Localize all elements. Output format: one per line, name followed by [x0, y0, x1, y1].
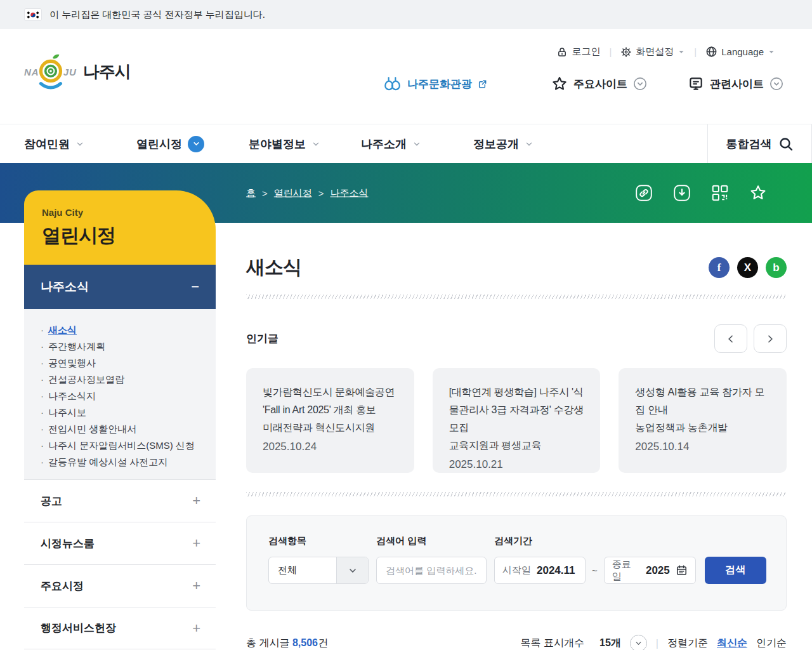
breadcrumb-open-administration[interactable]: 열린시정 — [274, 187, 312, 199]
pears-icon — [383, 75, 402, 93]
sidebar-item-sms-service[interactable]: ·나주시 문자알림서비스(SMS) 신청 — [41, 437, 216, 454]
korea-flag-icon — [24, 8, 42, 21]
display-settings-menu[interactable]: 화면설정 — [620, 46, 685, 58]
list-meta-row: 총 게시글 8,506건 목록 표시개수 15개 | 정렬기준 최신순 인기순 — [246, 635, 787, 650]
total-suffix: 건 — [318, 637, 328, 648]
circle-chevron-down-icon — [633, 77, 647, 91]
sidebar-item-newsletter[interactable]: ·나주소식지 — [41, 388, 216, 404]
related-sites-label: 관련사이트 — [710, 77, 764, 91]
calendar-icon — [676, 564, 688, 576]
nav-item-info-disclosure[interactable]: 정보공개 — [473, 136, 586, 152]
bullet: · — [41, 407, 44, 418]
popular-card[interactable]: 빛가람혁신도시 문화예술공연 'Fall in Art 2025' 개최 홍보 … — [246, 368, 414, 473]
search-submit-button[interactable]: 검색 — [705, 557, 766, 584]
page-size-label: 목록 표시개수 — [521, 637, 584, 650]
nav-item-participation[interactable]: 참여민원 — [24, 136, 136, 152]
card-date: 2025.10.21 — [449, 458, 584, 471]
chevron-down-icon — [336, 557, 368, 583]
globe-icon — [705, 46, 717, 58]
popular-posts-heading: 인기글 — [246, 331, 278, 346]
end-date-value: 2025 — [646, 564, 670, 577]
utility-separator: | — [609, 46, 612, 57]
circle-chevron-down-icon — [769, 77, 783, 91]
sidebar-accordion-key-policies[interactable]: 주요시정 + — [24, 564, 216, 607]
gear-icon — [620, 46, 632, 58]
sidebar-accordion-notices[interactable]: 공고 + — [24, 479, 216, 522]
chevron-down-icon — [525, 140, 534, 149]
popular-pager — [714, 324, 787, 353]
facebook-share-icon[interactable]: f — [709, 257, 730, 278]
banner-tools — [634, 183, 768, 202]
main-nav: 참여민원 열린시정 분야별정보 나주소개 정보공개 — [0, 124, 812, 163]
total-count: 8,506 — [292, 637, 318, 648]
sidebar-item-city-bulletin[interactable]: ·나주시보 — [41, 404, 216, 421]
lock-icon — [556, 46, 568, 58]
sort-popular-link[interactable]: 인기순 — [756, 637, 787, 650]
breadcrumb-home[interactable]: 홈 — [246, 187, 256, 199]
breadcrumb-naju-news[interactable]: 나주소식 — [331, 187, 369, 199]
qr-code-icon[interactable] — [710, 183, 730, 202]
sidebar-section-naju-news[interactable]: 나주소식 − — [24, 265, 216, 309]
popular-cards: 빛가람혁신도시 문화예술공연 'Fall in Art 2025' 개최 홍보 … — [246, 368, 787, 473]
monitor-icon — [688, 76, 704, 92]
bullet: · — [41, 390, 44, 401]
total-posts: 총 게시글 8,506건 — [246, 637, 328, 650]
sidebar-item-construction-info[interactable]: ·건설공사정보열람 — [41, 371, 216, 388]
major-sites-menu[interactable]: 주요사이트 — [551, 76, 647, 92]
sidebar-eyebrow: Naju City — [42, 207, 216, 218]
search-field-label: 검색항목 — [268, 535, 369, 547]
nav-item-naju-intro[interactable]: 나주소개 — [361, 136, 473, 152]
nav-item-field-info[interactable]: 분야별정보 — [249, 136, 361, 152]
end-date-input[interactable]: 종료일 2025 — [604, 557, 696, 584]
accordion-label: 공고 — [41, 494, 62, 508]
favorite-star-icon[interactable] — [749, 183, 768, 202]
sidebar-submenu: ·새소식 ·주간행사계획 ·공연및행사 ·건설공사정보열람 ·나주소식지 ·나주… — [24, 309, 216, 479]
x-share-icon[interactable]: X — [737, 257, 758, 278]
language-menu[interactable]: Language — [705, 46, 775, 58]
page-size-value: 15개 — [599, 637, 621, 650]
start-date-input[interactable]: 시작일 2024.11 — [494, 557, 586, 584]
sort-latest-link[interactable]: 최신순 — [717, 637, 747, 650]
breadcrumb-separator: > — [262, 188, 268, 199]
search-field-select[interactable]: 전체 — [268, 557, 369, 584]
bullet: · — [41, 341, 44, 352]
header-quick-links: 나주문화관광 주요사이트 — [0, 75, 783, 93]
share-buttons: f X b — [709, 257, 787, 278]
select-value: 전체 — [269, 557, 336, 583]
popular-card[interactable]: 생성형 AI활용 교육 참가자 모집 안내 농업정책과 농촌개발 2025.10… — [619, 368, 787, 473]
sidebar-item-weekly-events[interactable]: ·주간행사계획 — [41, 338, 216, 355]
login-link[interactable]: 로그인 — [556, 46, 600, 58]
nav-label: 분야별정보 — [249, 136, 306, 152]
copy-link-icon[interactable] — [634, 183, 653, 202]
search-icon — [778, 136, 794, 152]
start-date-value: 2024.11 — [537, 564, 575, 577]
integrated-search-button[interactable]: 통합검색 — [707, 124, 812, 163]
sidebar-accordion-service-charter[interactable]: 행정서비스헌장 + — [24, 607, 216, 649]
sidebar-item-newcomer-guide[interactable]: ·전입시민 생활안내서 — [41, 421, 216, 437]
prev-button[interactable] — [714, 324, 747, 353]
culture-tour-link[interactable]: 나주문화관광 — [383, 75, 488, 93]
popular-card[interactable]: [대학연계 평생학습] 나주시 '식물관리사 3급 자격과정' 수강생 모집 교… — [433, 368, 601, 473]
expand-plus-icon: + — [192, 620, 200, 637]
sidebar-item-performances[interactable]: ·공연및행사 — [41, 355, 216, 371]
next-button[interactable] — [754, 324, 787, 353]
accordion-label: 행정서비스헌장 — [41, 621, 116, 635]
bullet: · — [41, 357, 44, 368]
sidebar-item-conflict-notice[interactable]: ·갈등유발 예상시설 사전고지 — [41, 454, 216, 470]
hatched-divider — [246, 295, 787, 299]
download-icon[interactable] — [672, 183, 691, 202]
expand-plus-icon: + — [192, 535, 200, 552]
nav-item-open-administration[interactable]: 열린시정 — [136, 136, 249, 152]
blog-share-icon[interactable]: b — [766, 257, 787, 278]
related-sites-menu[interactable]: 관련사이트 — [688, 76, 783, 92]
chevron-down-icon — [678, 48, 685, 56]
page-size-dropdown-icon[interactable] — [630, 635, 647, 650]
sidebar-item-news[interactable]: ·새소식 — [41, 322, 216, 338]
start-date-label: 시작일 — [502, 564, 531, 576]
keyword-input[interactable] — [376, 557, 487, 584]
major-sites-label: 주요사이트 — [573, 77, 627, 91]
card-department: 교육지원과 평생교육 — [449, 437, 584, 454]
bullet: · — [41, 423, 44, 434]
sidebar-accordion-newsroom[interactable]: 시정뉴스룸 + — [24, 522, 216, 564]
display-settings-label: 화면설정 — [636, 46, 674, 58]
